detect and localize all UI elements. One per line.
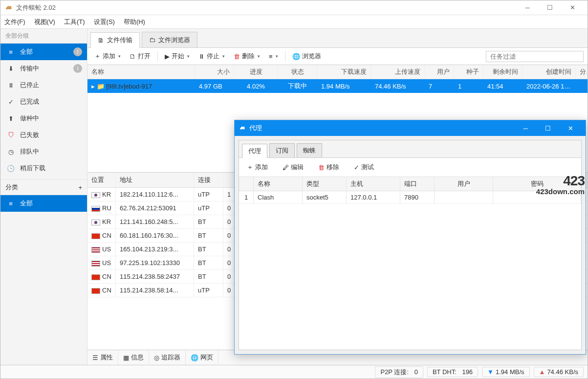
dialog-toolbar: ＋添加 🖉编辑 🗑移除 ✓测试 <box>239 158 581 177</box>
sidebar-item-failed[interactable]: ⛉ 已失败 <box>0 127 87 143</box>
upload-icon: ⬆ <box>6 115 15 122</box>
dialog-tab-spider[interactable]: 蜘蛛 <box>297 143 322 157</box>
dialog-tab-proxy[interactable]: 代理 <box>242 144 267 158</box>
col-eta[interactable]: 剩余时间 <box>483 65 523 79</box>
col-addr[interactable]: 地址 <box>116 173 194 187</box>
filter-input[interactable] <box>486 51 584 62</box>
upload-icon: ▲ <box>539 368 545 376</box>
plus-icon: ＋ <box>94 52 101 61</box>
check-icon: ✓ <box>6 98 15 106</box>
tab-props[interactable]: ☰属性 <box>87 350 118 365</box>
task-row[interactable]: ▸ 📁 [98t.tv]ebod-917 4.97 GB 4.02% 下载中 1… <box>87 79 588 93</box>
col-type[interactable]: 类型 <box>303 177 347 191</box>
chevron-down-icon: ▾ <box>118 54 121 59</box>
col-min[interactable]: 分 <box>576 65 588 79</box>
browser-button[interactable]: 🌐浏览器 <box>289 50 324 63</box>
open-button[interactable]: 🗋打开 <box>127 50 153 63</box>
app-icon <box>239 124 246 132</box>
sidebar-item-done[interactable]: ✓ 已完成 <box>0 93 87 110</box>
start-button[interactable]: ▶开始▾ <box>162 50 193 63</box>
window-maximize-button[interactable]: ☐ <box>539 0 561 15</box>
menu-file[interactable]: 文件(F) <box>4 18 25 26</box>
pause-icon: ⏸ <box>6 82 15 89</box>
proxy-edit-button[interactable]: 🖉编辑 <box>280 161 306 174</box>
dialog-close-button[interactable]: ✕ <box>559 120 582 136</box>
status-dl[interactable]: ▼1.94 MB/s <box>482 367 529 377</box>
col-seeds[interactable]: 种子 <box>454 65 483 79</box>
sidebar-label: 传输中 <box>20 64 39 73</box>
col-name[interactable]: 名称 <box>254 177 303 191</box>
sidebar-item-stopped[interactable]: ⏸ 已停止 <box>0 77 87 93</box>
col-host[interactable]: 主机 <box>347 177 400 191</box>
chevron-down-icon: ▾ <box>258 54 260 59</box>
col-status[interactable]: 状态 <box>278 65 317 79</box>
tab-web[interactable]: 🌐网页 <box>186 350 218 365</box>
sidebar-category-all[interactable]: ≡ 全部 <box>0 195 87 212</box>
titlebar: 文件蜈蚣 2.02 ─ ☐ ✕ <box>0 0 588 15</box>
col-users[interactable]: 用户 <box>425 65 454 79</box>
col-port[interactable]: 端口 <box>400 177 435 191</box>
sidebar-item-seeding[interactable]: ⬆ 做种中 <box>0 110 87 127</box>
sidebar-item-all[interactable]: ≡ 全部 I <box>0 44 87 60</box>
menu-help[interactable]: 帮助(H) <box>124 18 145 26</box>
chevron-down-icon: ▾ <box>276 54 278 59</box>
dialog-titlebar[interactable]: 代理 ─ ☐ ✕ <box>235 120 586 136</box>
tab-info[interactable]: ▦信息 <box>118 350 149 365</box>
more-button[interactable]: ≡▾ <box>266 51 281 62</box>
sidebar-item-later[interactable]: 🕓 稍后下载 <box>0 160 87 177</box>
play-icon: ▶ <box>165 53 170 60</box>
sidebar-label: 排队中 <box>20 147 39 156</box>
proxy-test-button[interactable]: ✓测试 <box>351 161 377 174</box>
info-icon: ▦ <box>123 354 129 361</box>
stop-button[interactable]: ⏸停止▾ <box>196 50 228 63</box>
globe-icon: 🌐 <box>191 354 198 361</box>
add-button[interactable]: ＋添加▾ <box>91 50 124 63</box>
folder-icon: 🗀 <box>149 36 155 44</box>
window-title: 文件蜈蚣 2.02 <box>16 3 56 12</box>
sidebar-item-queued[interactable]: ◷ 排队中 <box>0 143 87 160</box>
col-conn[interactable]: 连接 <box>194 173 223 187</box>
flag-icon <box>91 247 100 253</box>
proxy-add-button[interactable]: ＋添加 <box>244 161 271 174</box>
menu-view[interactable]: 视图(V) <box>34 18 55 26</box>
chevron-down-icon: ▾ <box>222 54 225 59</box>
check-icon: ✓ <box>354 164 359 171</box>
sidebar-label: 已停止 <box>20 81 39 89</box>
col-ctime[interactable]: 创建时间 <box>523 65 576 79</box>
tab-browser[interactable]: 🗀 文件浏览器 <box>142 32 197 47</box>
status-ul[interactable]: ▲74.46 KB/s <box>534 367 584 377</box>
col-progress[interactable]: 进度 <box>234 65 278 79</box>
col-ul[interactable]: 上传速度 <box>371 65 425 79</box>
add-category-button[interactable]: + <box>78 184 82 191</box>
proxy-remove-button[interactable]: 🗑移除 <box>315 161 342 174</box>
shield-icon: ⛉ <box>6 132 15 139</box>
col-dl[interactable]: 下载速度 <box>317 65 371 79</box>
window-minimize-button[interactable]: ─ <box>516 0 539 15</box>
main-tabs: 🗎 文件传输 🗀 文件浏览器 <box>87 29 588 48</box>
menu-tools[interactable]: 工具(T) <box>64 18 85 26</box>
status-dht: BT DHT: 196 <box>427 367 478 377</box>
delete-button[interactable]: 🗑删除▾ <box>231 50 263 63</box>
sidebar-label: 已完成 <box>20 97 39 106</box>
col-loc[interactable]: 位置 <box>87 173 116 187</box>
dialog-maximize-button[interactable]: ☐ <box>537 120 559 136</box>
dialog-minimize-button[interactable]: ─ <box>514 120 537 136</box>
col-user[interactable]: 用户 <box>435 177 493 191</box>
chevron-down-icon: ▾ <box>187 54 190 59</box>
col-size[interactable]: 大小 <box>195 65 234 79</box>
col-pass[interactable]: 密码 <box>493 177 581 191</box>
proxy-row[interactable]: 1 Clash socket5 127.0.0.1 7890 <box>239 191 581 204</box>
dialog-title: 代理 <box>249 124 514 133</box>
sidebar-label: 稍后下载 <box>20 164 45 173</box>
folder-icon: 📁 <box>97 83 107 90</box>
trash-icon: 🗑 <box>318 164 325 171</box>
tab-tracker[interactable]: ◎追踪器 <box>149 350 186 365</box>
sidebar-item-downloading[interactable]: ⬇ 传输中 I <box>0 60 87 77</box>
flag-icon <box>91 233 100 239</box>
dialog-tab-sub[interactable]: 订阅 <box>269 143 295 157</box>
download-icon: ▼ <box>487 368 494 376</box>
window-close-button[interactable]: ✕ <box>561 0 584 15</box>
col-name[interactable]: 名称 <box>87 65 195 79</box>
tab-transfer[interactable]: 🗎 文件传输 <box>90 32 140 48</box>
menu-settings[interactable]: 设置(S) <box>94 18 115 26</box>
